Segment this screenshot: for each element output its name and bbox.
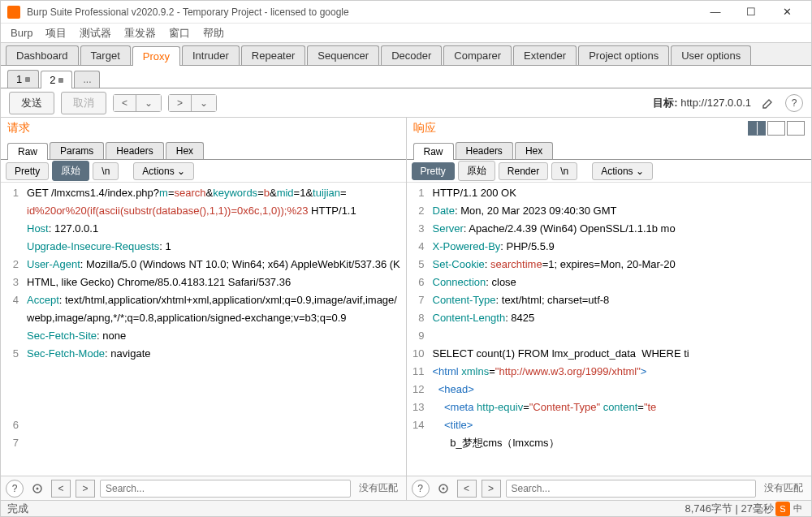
request-settings-icon[interactable] bbox=[28, 480, 46, 498]
response-help-icon[interactable]: ? bbox=[412, 480, 430, 498]
layout-split-icon[interactable] bbox=[748, 121, 766, 136]
ime-icon: S bbox=[775, 502, 790, 516]
request-pane: 请求 Raw Params Headers Hex Pretty 原始 \n A… bbox=[1, 118, 407, 500]
history-prev-dropdown[interactable]: ⌄ bbox=[136, 95, 161, 111]
request-search-input[interactable] bbox=[100, 480, 351, 498]
repeater-toolbar: 发送 取消 < ⌄ > ⌄ 目标: http://127.0.0.1 ? bbox=[1, 88, 811, 118]
tab-extender[interactable]: Extender bbox=[513, 45, 577, 65]
tab-comparer[interactable]: Comparer bbox=[443, 45, 512, 65]
send-button[interactable]: 发送 bbox=[9, 92, 54, 114]
request-raw-button[interactable]: 原始 bbox=[52, 161, 89, 181]
tab-decoder[interactable]: Decoder bbox=[381, 45, 442, 65]
edit-target-icon[interactable] bbox=[758, 93, 779, 113]
request-newline-button[interactable]: \n bbox=[93, 162, 119, 180]
svg-point-3 bbox=[442, 487, 444, 489]
svg-point-1 bbox=[37, 487, 39, 489]
response-tab-hex[interactable]: Hex bbox=[515, 142, 553, 159]
menu-help[interactable]: 帮助 bbox=[198, 24, 229, 42]
request-pretty-button[interactable]: Pretty bbox=[6, 162, 49, 180]
menu-bar: Burp 项目 测试器 重发器 窗口 帮助 bbox=[1, 24, 811, 43]
request-tab-hex[interactable]: Hex bbox=[166, 142, 204, 159]
maximize-button[interactable]: ☐ bbox=[733, 1, 769, 24]
history-next-dropdown[interactable]: ⌄ bbox=[192, 95, 216, 111]
menu-tester[interactable]: 测试器 bbox=[75, 24, 116, 42]
response-settings-icon[interactable] bbox=[434, 480, 452, 498]
tab-repeater[interactable]: Repeater bbox=[241, 45, 305, 65]
response-find-next[interactable]: > bbox=[482, 480, 501, 498]
status-bytes: 8,746字节 | 27毫秒 bbox=[685, 502, 774, 516]
request-title: 请求 bbox=[7, 121, 400, 136]
response-pane: 响应 Raw Headers Hex Pretty 原始 Render \n A… bbox=[407, 118, 812, 500]
request-actions-button[interactable]: Actions ⌄ bbox=[133, 162, 194, 180]
sub-tab-1[interactable]: 1 bbox=[7, 70, 39, 88]
layout-horizontal-icon[interactable] bbox=[767, 121, 785, 136]
menu-project[interactable]: 项目 bbox=[41, 24, 71, 42]
close-button[interactable]: ✕ bbox=[769, 1, 805, 24]
response-search-input[interactable] bbox=[506, 480, 757, 498]
tab-sequencer[interactable]: Sequencer bbox=[307, 45, 379, 65]
response-newline-button[interactable]: \n bbox=[551, 162, 577, 180]
request-find-next[interactable]: > bbox=[76, 480, 95, 498]
layout-single-icon[interactable] bbox=[787, 121, 805, 136]
request-tab-headers[interactable]: Headers bbox=[106, 142, 163, 159]
request-gutter: 1 2 3 4 5 6 7 bbox=[1, 183, 24, 476]
tab-intruder[interactable]: Intruder bbox=[182, 45, 240, 65]
ime-lang-icon: 中 bbox=[790, 502, 805, 516]
status-done: 完成 bbox=[7, 502, 28, 516]
window-title: Burp Suite Professional v2020.9.2 - Temp… bbox=[27, 6, 698, 18]
history-prev-button[interactable]: < bbox=[114, 95, 136, 111]
minimize-button[interactable]: — bbox=[698, 1, 733, 24]
request-no-match: 没有匹配 bbox=[356, 481, 401, 495]
menu-repeater[interactable]: 重发器 bbox=[119, 24, 161, 42]
tab-dashboard[interactable]: Dashboard bbox=[6, 45, 79, 65]
request-tab-raw[interactable]: Raw bbox=[7, 143, 48, 160]
status-bar: 完成 8,746字节 | 27毫秒 S 中 bbox=[1, 500, 811, 516]
menu-burp[interactable]: Burp bbox=[6, 25, 37, 41]
cancel-button[interactable]: 取消 bbox=[61, 92, 106, 114]
tab-project-options[interactable]: Project options bbox=[578, 45, 669, 65]
response-pretty-button[interactable]: Pretty bbox=[412, 162, 455, 180]
sub-tab-add[interactable]: ... bbox=[74, 71, 100, 88]
tab-target[interactable]: Target bbox=[80, 45, 131, 65]
response-actions-button[interactable]: Actions ⌄ bbox=[592, 162, 653, 180]
help-icon[interactable]: ? bbox=[785, 94, 803, 112]
response-raw-button[interactable]: 原始 bbox=[458, 161, 495, 181]
response-render-button[interactable]: Render bbox=[499, 162, 548, 180]
menu-window[interactable]: 窗口 bbox=[164, 24, 195, 42]
sub-tab-2[interactable]: 2 bbox=[41, 71, 72, 88]
response-editor[interactable]: 1 2 3 4 5 6 7 8 9 10 11 12 13 14 HTTP/1.… bbox=[407, 183, 812, 476]
request-help-icon[interactable]: ? bbox=[6, 480, 24, 498]
response-no-match: 没有匹配 bbox=[761, 481, 806, 495]
response-code[interactable]: HTTP/1.1 200 OK Date: Mon, 20 Mar 2023 0… bbox=[430, 183, 812, 476]
response-title: 响应 bbox=[413, 121, 749, 136]
response-find-prev[interactable]: < bbox=[457, 480, 477, 498]
request-tab-params[interactable]: Params bbox=[50, 142, 104, 159]
request-editor[interactable]: 1 2 3 4 5 6 7 GET /lmxcms1.4/index.php?m… bbox=[1, 183, 406, 476]
tab-proxy[interactable]: Proxy bbox=[132, 46, 180, 66]
tab-user-options[interactable]: User options bbox=[671, 45, 751, 65]
response-tab-headers[interactable]: Headers bbox=[456, 142, 513, 159]
request-find-prev[interactable]: < bbox=[51, 480, 71, 498]
app-icon bbox=[7, 6, 20, 19]
history-next-button[interactable]: > bbox=[169, 95, 192, 111]
response-gutter: 1 2 3 4 5 6 7 8 9 10 11 12 13 14 bbox=[407, 183, 430, 476]
sub-tab-bar: 1 2 ... bbox=[1, 66, 811, 88]
target-label: 目标: http://127.0.0.1 bbox=[653, 96, 751, 110]
request-code[interactable]: GET /lmxcms1.4/index.php?m=search&keywor… bbox=[24, 183, 406, 476]
main-tab-bar: Dashboard Target Proxy Intruder Repeater… bbox=[1, 43, 811, 66]
response-tab-raw[interactable]: Raw bbox=[413, 143, 454, 160]
